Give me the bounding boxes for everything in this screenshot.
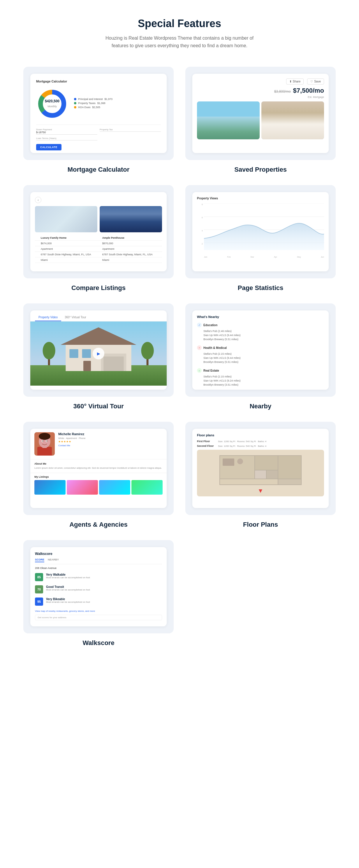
svg-rect-22	[37, 447, 52, 456]
legend-value-1: $1,973	[105, 98, 113, 100]
heart-icon: ♡	[311, 80, 313, 83]
x-label-jun: Jun	[321, 256, 324, 262]
walkscore-card: Walkscore SCORE NEARBY 208 Olean Avenue …	[23, 540, 174, 633]
play-button[interactable]: ▶	[93, 348, 104, 360]
donut-amount: $420,500	[45, 99, 60, 103]
tab-nearby[interactable]: NEARBY	[48, 558, 59, 562]
floor-plans-title-text: Floor Plans	[243, 521, 278, 528]
saved-properties-title: Saved Properties	[234, 166, 287, 174]
stats-chart-title: Property Views	[197, 197, 324, 200]
agent-contact[interactable]: Contact Me	[58, 444, 163, 447]
svg-point-29	[46, 440, 47, 441]
about-text: Lorem ipsum dolor sit amet, consectetur …	[34, 466, 163, 470]
transit-info: Good Transit Most errands can be accompl…	[46, 585, 90, 591]
calculate-button[interactable]: CALCULATE	[36, 144, 62, 150]
legend-value-3: $2,505	[92, 106, 101, 109]
health-place-3: Brooklyn Brewery (5.51 miles)	[197, 360, 324, 364]
first-floor-info: Size: 1200 Sq Ft Rooms: 540 Sq Ft Baths:…	[218, 440, 324, 443]
new-price: $7,500/mo	[293, 87, 324, 94]
nearby-title: What's Nearby	[197, 315, 324, 318]
compare-row-city: Miami Miami	[35, 257, 162, 263]
address-2: 6787 South Dixie Highway, Miami, FL, USA	[101, 252, 162, 257]
share-label: Share	[293, 80, 301, 83]
floor-inner: Floor plans First Floor Size: 1200 Sq Ft…	[192, 429, 329, 508]
realestate-icon: ⌂	[197, 368, 202, 373]
chart-area	[204, 204, 324, 256]
score-walkable: 85 Very Walkable Most errands can be acc…	[35, 573, 162, 581]
stats-chart: 8 6 4 2	[197, 204, 324, 262]
svg-point-28	[42, 440, 43, 441]
saved-actions: ⬆ Share ♡ Save	[197, 79, 324, 85]
realestate-header: ⌂ Real Estate	[197, 368, 324, 373]
mortgage-title: Mortgage Calculator	[68, 166, 130, 174]
svg-rect-36	[223, 459, 234, 466]
old-price: $3,800/mo	[274, 90, 291, 94]
agent-avatar	[34, 432, 55, 456]
page-subtitle: Houzing is Real Estate Wordpress Theme t…	[98, 34, 261, 49]
realestate-label: Real Estate	[203, 369, 219, 372]
transit-label: Good Transit	[46, 585, 90, 588]
x-label-may: May	[297, 256, 301, 262]
saved-inner: ⬆ Share ♡ Save $3,800/mo $7,500/mo Est. …	[192, 74, 329, 153]
agent-info: Michelle Ramirez White · Apartment · Pho…	[58, 432, 163, 456]
nearby-category-health: + Health & Medical Stella's Pub (2.15 mi…	[197, 345, 324, 364]
agents-card: Michelle Ramirez White · Apartment · Pho…	[23, 422, 174, 515]
legend-value-2: $1,068	[97, 102, 105, 105]
page-statistics-title: Page Statistics	[238, 284, 284, 292]
loan-term-value	[36, 140, 97, 141]
walkable-desc: Most errands can be accomplished on foot	[46, 576, 90, 579]
tab-360-tour[interactable]: 360° Virtual Tour	[61, 314, 90, 321]
score-bikeable: 95 Very Bikeable Most errands can be acc…	[35, 597, 162, 606]
share-icon: ⬆	[289, 80, 292, 83]
compare-listings-card: ‹ Luxury Family Home Ample Penthouse	[23, 185, 174, 278]
first-floor-label: First Floor	[197, 440, 215, 443]
svg-rect-15	[82, 349, 91, 358]
nearby-category-education: ✓ Education Stella's Pub (2.46 miles) Si…	[197, 323, 324, 341]
page-title: Special Features	[23, 18, 336, 30]
virtual-tour-card: Property Video 360° Virtual Tour	[23, 303, 174, 397]
walkscore-header: Walkscore	[35, 552, 162, 556]
tab-property-video[interactable]: Property Video	[35, 314, 61, 321]
prev-arrow[interactable]: ‹	[35, 197, 41, 203]
y-axis-labels: 8 6 4 2	[197, 204, 203, 256]
tab-score[interactable]: SCORE	[35, 558, 44, 562]
listing-photo-3	[99, 480, 130, 495]
second-floor-row: Second Floor Size: 1200 Sq Ft Rooms: 540…	[197, 444, 324, 447]
edu-place-1: Stella's Pub (2.46 miles)	[197, 329, 324, 333]
listing-photo-4	[131, 480, 163, 495]
legend-item-1: Principal and Interest $1,973	[74, 98, 112, 100]
city-2: Miami	[101, 257, 162, 263]
features-grid: Mortgage Calculator $420,500 Mo	[23, 67, 336, 647]
mortgage-card-title: Mortgage Calculator	[36, 80, 161, 83]
stats-inner: Property Views 8 6 4 2	[192, 192, 329, 271]
address-input-hint[interactable]: Get scores for your address	[35, 615, 162, 620]
svg-rect-35	[220, 479, 278, 485]
agent-listings: My Listings	[30, 473, 167, 497]
education-label: Education	[203, 323, 217, 327]
save-button[interactable]: ♡ Save	[307, 79, 324, 85]
bikeable-desc: Most errands can be accomplished on foot	[46, 601, 90, 603]
svg-rect-32	[255, 456, 278, 470]
mortgage-body: $420,500 Monthly Principal and Interest …	[36, 88, 161, 120]
svg-rect-37	[237, 459, 243, 464]
map-link[interactable]: View map of nearby restaurants, grocery …	[35, 610, 162, 612]
legend-dot-1	[74, 98, 76, 100]
page-statistics-card: Property Views 8 6 4 2	[185, 185, 336, 278]
agent-stars: ★★★★★	[58, 440, 163, 443]
price-row: $3,800/mo $7,500/mo	[197, 87, 324, 94]
feature-virtual-tour: Property Video 360° Virtual Tour	[23, 303, 174, 410]
legend-label-3: HOA Dues	[78, 106, 91, 109]
health-place-2: Sian Up WIK-ACLS (9.44 miles)	[197, 356, 324, 360]
saved-properties-card: ⬆ Share ♡ Save $3,800/mo $7,500/mo Est. …	[185, 67, 336, 160]
col-header-listing-2: Ample Penthouse	[101, 235, 162, 241]
agent-detail-1: White · Apartment · Phone	[58, 437, 163, 439]
svg-rect-13	[103, 356, 124, 371]
first-floor-row: First Floor Size: 1200 Sq Ft Rooms: 540 …	[197, 440, 324, 443]
share-button[interactable]: ⬆ Share	[286, 79, 304, 85]
nearby-title-text: Nearby	[250, 403, 271, 410]
feature-saved-properties: ⬆ Share ♡ Save $3,800/mo $7,500/mo Est. …	[185, 67, 336, 174]
floor-plan-graphic	[197, 450, 324, 496]
floor-title: Floor plans	[197, 433, 324, 437]
feature-compare-listings: ‹ Luxury Family Home Ample Penthouse	[23, 185, 174, 292]
save-label: Save	[314, 80, 321, 83]
